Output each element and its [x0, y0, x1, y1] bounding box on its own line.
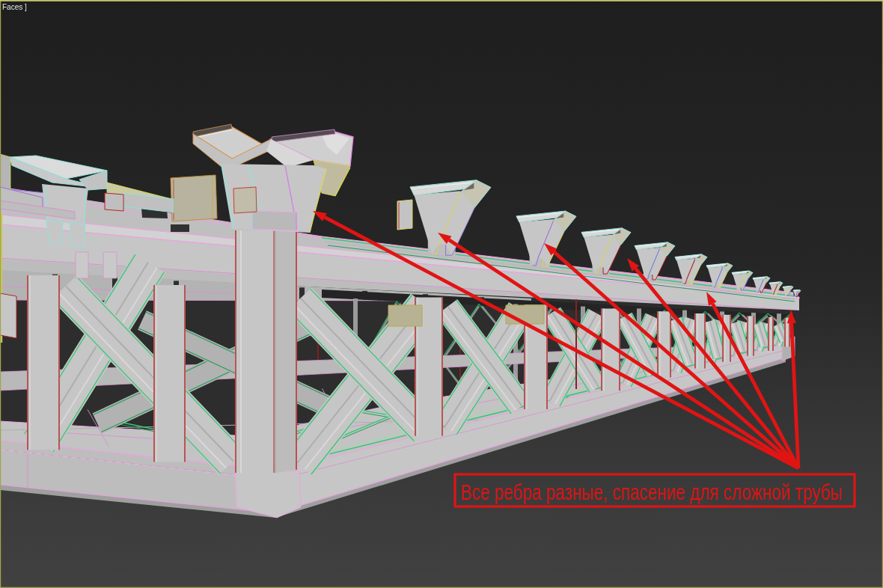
- svg-text:Faces ]: Faces ]: [2, 3, 27, 11]
- svg-text:Все ребра разные, спасение для: Все ребра разные, спасение для сложной т…: [461, 480, 843, 504]
